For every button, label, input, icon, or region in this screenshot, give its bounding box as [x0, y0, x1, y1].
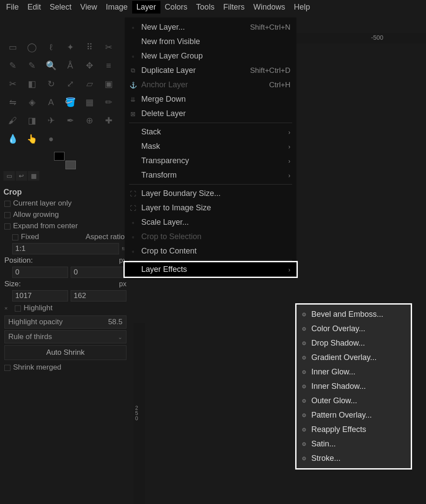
menu-item-layer-effects[interactable]: Layer Effects› — [125, 262, 296, 277]
tool-gradient[interactable]: ▦ — [80, 93, 99, 111]
tool-zoom[interactable]: 🔍 — [42, 57, 60, 74]
menu-layer[interactable]: Layer — [132, 1, 160, 14]
fg-bg-swatch[interactable] — [54, 152, 76, 169]
menu-item-layer-boundary-size[interactable]: ⛶Layer Boundary Size... — [125, 186, 296, 201]
submenu-item-stroke[interactable]: ⚙Stroke... — [296, 451, 411, 466]
tool-transform[interactable]: ◧ — [23, 75, 41, 93]
fixed-mode-dropdown[interactable]: Aspect ratio — [85, 233, 125, 241]
tool-airbrush[interactable]: ✈ — [42, 112, 60, 129]
submenu-item-pattern-overlay[interactable]: ⚙Pattern Overlay... — [296, 408, 411, 422]
menu-tools[interactable]: Tools — [192, 1, 219, 14]
tool-crop[interactable]: ✂ — [3, 75, 22, 93]
submenu-item-reapply-effects[interactable]: ⚙Reapply Effects — [296, 422, 411, 437]
tool-lasso[interactable]: ℓ — [42, 38, 60, 56]
bg-color[interactable] — [65, 161, 76, 169]
tool-scale[interactable]: ⤢ — [61, 75, 79, 93]
submenu-item-drop-shadow[interactable]: ⚙Drop Shadow... — [296, 336, 411, 350]
tool-rotate[interactable]: ↻ — [42, 75, 60, 93]
chk-expand-center[interactable]: Expand from center — [4, 222, 78, 230]
tool-measure[interactable]: Å — [61, 57, 79, 74]
chk-fixed[interactable]: Fixed — [12, 233, 39, 241]
menu-select[interactable]: Select — [45, 1, 76, 14]
submenu-item-bevel-and-emboss[interactable]: ⚙Bevel and Emboss... — [296, 307, 411, 322]
tool-picker[interactable]: ✎ — [23, 57, 41, 74]
highlight-opacity-value[interactable]: 58.5 — [108, 318, 123, 326]
submenu-item-color-overlay[interactable]: ⚙Color Overlay... — [296, 322, 411, 336]
menu-filters[interactable]: Filters — [219, 1, 249, 14]
menu-edit[interactable]: Edit — [23, 1, 45, 14]
ratio-input[interactable]: 1:1 — [12, 243, 119, 254]
tool-rect-select[interactable]: ▭ — [3, 38, 22, 56]
tool-move[interactable]: ✥ — [80, 57, 99, 74]
menu-view[interactable]: View — [76, 1, 102, 14]
menu-item-stack[interactable]: Stack› — [125, 125, 296, 139]
tool-align[interactable]: ≡ — [99, 57, 118, 74]
size-unit[interactable]: px — [109, 280, 126, 288]
menu-item-new-from-visible[interactable]: New from Visible — [125, 34, 296, 49]
plugin-icon: ⚙ — [302, 398, 308, 404]
size-h-input[interactable]: 162 — [71, 290, 126, 302]
menu-item-label: Layer to Image Size — [141, 203, 290, 213]
menu-item-new-layer-group[interactable]: ▫New Layer Group — [125, 49, 296, 63]
menu-help[interactable]: Help — [290, 1, 314, 14]
pos-y-input[interactable]: 0 — [71, 267, 126, 278]
menu-item-scale-layer[interactable]: ▫Scale Layer... — [125, 215, 296, 230]
tool-ink[interactable]: ✒ — [61, 112, 79, 129]
menu-image[interactable]: Image — [102, 1, 132, 14]
menu-file[interactable]: File — [2, 1, 23, 14]
tab-options-icon[interactable]: ▭ — [3, 171, 15, 181]
submenu-item-gradient-overlay[interactable]: ⚙Gradient Overlay... — [296, 350, 411, 365]
tool-erase[interactable]: ◨ — [23, 112, 41, 129]
tool-pencil[interactable]: ✏ — [99, 93, 118, 111]
menu-item-crop-to-content[interactable]: ▫Crop to Content — [125, 244, 296, 258]
tab-images-icon[interactable]: ▦ — [28, 171, 39, 181]
tool-brush[interactable]: 🖌 — [3, 112, 22, 129]
tool-cage[interactable]: ◈ — [23, 93, 41, 111]
tool-text[interactable]: A — [42, 93, 60, 111]
submenu-item-outer-glow[interactable]: ⚙Outer Glow... — [296, 394, 411, 408]
menu-item-new-layer[interactable]: ▫New Layer...Shift+Ctrl+N — [125, 20, 296, 34]
fg-color[interactable] — [54, 152, 65, 161]
tool-flip[interactable]: ⇋ — [3, 93, 22, 111]
submenu-item-inner-glow[interactable]: ⚙Inner Glow... — [296, 365, 411, 379]
chk-allow-growing[interactable]: Allow growing — [4, 210, 59, 219]
position-unit[interactable]: px — [109, 257, 126, 264]
chk-shrink-merged[interactable]: Shrink merged — [4, 363, 61, 372]
tool-dodge[interactable]: ● — [42, 130, 60, 147]
menu-item-delete-layer[interactable]: ⊠Delete Layer — [125, 106, 296, 121]
tool-paths[interactable]: ✎ — [3, 57, 22, 74]
menu-item-anchor-layer: ⚓Anchor LayerCtrl+H — [125, 78, 296, 92]
menu-item-layer-to-image-size[interactable]: ⛶Layer to Image Size — [125, 201, 296, 215]
tool-smudge[interactable]: 👆 — [23, 130, 41, 147]
chevron-right-icon: › — [288, 129, 290, 136]
submenu-item-satin[interactable]: ⚙Satin... — [296, 437, 411, 451]
tool-scissors[interactable]: ✂ — [99, 38, 118, 56]
menu-item-merge-down[interactable]: ⇊Merge Down — [125, 92, 296, 106]
menu-item-duplicate-layer[interactable]: ⧉Duplicate LayerShift+Ctrl+D — [125, 63, 296, 78]
tool-shear[interactable]: ▱ — [80, 75, 99, 93]
menu-item-transform[interactable]: Transform› — [125, 168, 296, 182]
pos-x-input[interactable]: 0 — [12, 267, 68, 278]
tool-heal[interactable]: ✚ — [99, 112, 118, 129]
menu-item-transparency[interactable]: Transparency› — [125, 154, 296, 168]
tool-wand[interactable]: ✦ — [61, 38, 79, 56]
ruler-vertical: 250 — [133, 323, 145, 504]
tool-clone[interactable]: ⊕ — [80, 112, 99, 129]
guides-dropdown[interactable]: Rule of thirds — [8, 333, 52, 341]
tool-blur[interactable]: 💧 — [3, 130, 22, 147]
menu-colors[interactable]: Colors — [160, 1, 192, 14]
tool-bucket[interactable]: 🪣 — [61, 93, 79, 111]
close-icon[interactable]: × — [4, 305, 8, 312]
chk-highlight[interactable]: Highlight — [15, 304, 52, 312]
tool-ellipse-select[interactable]: ◯ — [23, 38, 41, 56]
menu-windows[interactable]: Windows — [249, 1, 290, 14]
menu-item-icon: ▫ — [129, 248, 137, 255]
tool-perspective[interactable]: ▣ — [99, 75, 118, 93]
tab-device-icon[interactable]: ↩ — [16, 171, 27, 181]
tool-by-color[interactable]: ⠿ — [80, 38, 99, 56]
auto-shrink-button[interactable]: Auto Shrink — [4, 345, 126, 360]
menu-item-mask[interactable]: Mask› — [125, 139, 296, 154]
submenu-item-inner-shadow[interactable]: ⚙Inner Shadow... — [296, 379, 411, 394]
size-w-input[interactable]: 1017 — [12, 290, 68, 302]
chk-current-layer[interactable]: Current layer only — [4, 199, 72, 208]
